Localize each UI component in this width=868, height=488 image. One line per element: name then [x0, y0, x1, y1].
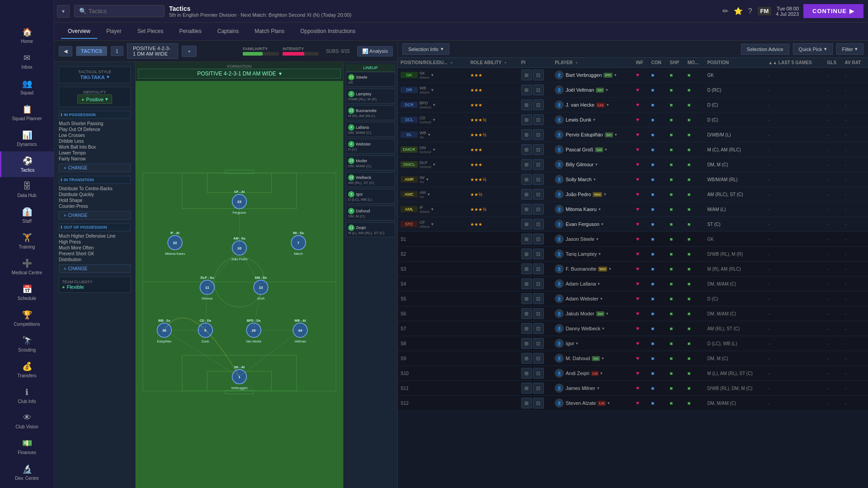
- player-cell[interactable]: 👤 João Pedro Wnt ▾: [552, 187, 633, 202]
- player-cell[interactable]: 👤 Steven Alzate Lnt ▾: [552, 396, 633, 411]
- pi-icon1[interactable]: ⊞: [521, 368, 532, 379]
- pi-icon1[interactable]: ⊞: [521, 293, 532, 304]
- sidebar-item-scouting[interactable]: 🔭 Scouting: [0, 331, 54, 357]
- pi-cell[interactable]: ⊞ ⊡: [519, 291, 552, 306]
- change-btn-out-possession[interactable]: » CHANGE: [59, 264, 131, 273]
- sidebar-item-squad-planner[interactable]: 📋 Squad Planner: [0, 100, 54, 126]
- pi-icon2[interactable]: ⊡: [533, 383, 544, 394]
- table-row[interactable]: DL WB Su ▾ ★★★½ ⊞ ⊡ 👤: [398, 127, 868, 142]
- table-row[interactable]: AML IF Attack ▾ ★★★½ ⊞ ⊡ 👤: [398, 202, 868, 217]
- pi-cell[interactable]: ⊞ ⊡: [519, 127, 552, 142]
- pi-cell[interactable]: ⊞ ⊡: [519, 83, 552, 98]
- table-row[interactable]: S11 ⊞ ⊡ 👤 James Milner ▾ ♥ ■ ■ ■ D/WB: [398, 381, 868, 396]
- tab-captains[interactable]: Captains: [211, 24, 245, 39]
- pi-cell[interactable]: ⊞ ⊡: [519, 217, 552, 232]
- sidebar-item-schedule[interactable]: 📅 Schedule: [0, 280, 54, 305]
- col-gls[interactable]: GLS: [825, 58, 842, 68]
- pi-icon1[interactable]: ⊞: [521, 398, 532, 408]
- pi-cell[interactable]: ⊞ ⊡: [519, 172, 552, 187]
- sidebar-item-medical[interactable]: ➕ Medical Centre: [0, 254, 54, 280]
- pi-cell[interactable]: ⊞ ⊡: [519, 98, 552, 113]
- player-cell[interactable]: 👤 Lewis Dunk ▾: [552, 113, 633, 127]
- table-row[interactable]: S6 ⊞ ⊡ 👤 Jakub Moder Set ▾ ♥ ■ ■ ■ DM,: [398, 306, 868, 321]
- table-row[interactable]: S9 ⊞ ⊡ 👤 M. Dahoud Set ▾ ♥ ■ ■ ■ DM, M: [398, 351, 868, 366]
- tab-opposition[interactable]: Opposition Instructions: [293, 24, 362, 39]
- sidebar-item-tactics[interactable]: ⚽ Tactics: [0, 151, 54, 177]
- pi-icon1[interactable]: ⊞: [521, 278, 532, 289]
- continue-button[interactable]: CONTINUE ▶: [803, 4, 863, 18]
- star-icon[interactable]: ⭐: [734, 7, 743, 15]
- lineup-player-welbeck[interactable]: 18 Welbeck AM (RL), ST (C): [346, 172, 395, 187]
- pi-icon2[interactable]: ⊡: [533, 263, 544, 274]
- player-cell[interactable]: 👤 Evan Ferguson ▾: [552, 217, 633, 232]
- change-btn-transition[interactable]: » CHANGE: [59, 211, 131, 220]
- pi-icon1[interactable]: ⊞: [521, 234, 532, 244]
- help-icon[interactable]: ?: [748, 7, 752, 15]
- col-player[interactable]: PLAYER ▼: [552, 58, 633, 68]
- lineup-player-buonanotte[interactable]: 15 Buonanotte M (R), AM (RLC): [346, 105, 395, 120]
- pi-icon1[interactable]: ⊞: [521, 249, 532, 259]
- pi-icon1[interactable]: ⊞: [521, 159, 532, 170]
- col-role-ability[interactable]: ROLE ABILITY ▼: [467, 58, 518, 68]
- analysis-btn[interactable]: 📊 Analysis: [357, 46, 393, 56]
- player-cell[interactable]: 👤 Bart Verbruggen IPR ▾: [552, 68, 633, 83]
- team-fluidity-value[interactable]: ● Flexible: [62, 284, 127, 290]
- pi-icon1[interactable]: ⊞: [521, 323, 532, 334]
- table-row[interactable]: DCR BPD Defend ▾ ★★★ ⊞ ⊡ 👤: [398, 98, 868, 113]
- player-cell[interactable]: 👤 Joël Veltman Set ▾: [552, 83, 633, 98]
- table-row[interactable]: S3 ⊞ ⊡ 👤 F. Buonanotte Wnt ▾ ♥ ■ ■ ■ M: [398, 262, 868, 277]
- selection-advice-button[interactable]: Selection Advice: [741, 44, 789, 55]
- selection-info-button[interactable]: Selection Info ▾: [402, 43, 449, 55]
- mentality-select[interactable]: ● Positive ▾: [77, 94, 112, 104]
- player-cell[interactable]: 👤 Adam Webster ▾: [552, 291, 633, 306]
- pi-icon2[interactable]: ⊡: [533, 249, 544, 259]
- pi-cell[interactable]: ⊞ ⊡: [519, 68, 552, 83]
- lineup-player-moder[interactable]: 15 Moder DM, M/AM (C): [346, 155, 395, 170]
- tab-match-plans[interactable]: Match Plans: [248, 24, 291, 39]
- pi-icon1[interactable]: ⊞: [521, 219, 532, 230]
- pi-cell[interactable]: ⊞ ⊡: [519, 381, 552, 396]
- table-row[interactable]: DCL CD Defend ▾ ★★★½ ⊞ ⊡ 👤: [398, 113, 868, 127]
- pi-icon2[interactable]: ⊡: [533, 114, 544, 125]
- pi-icon1[interactable]: ⊞: [521, 338, 532, 349]
- tactical-style-value[interactable]: TIKI-TAKA ▾: [62, 74, 127, 80]
- pi-cell[interactable]: ⊞ ⊡: [519, 247, 552, 262]
- sidebar-item-club-info[interactable]: ℹ Club Info: [0, 383, 54, 408]
- sidebar-item-dynamics[interactable]: 📊 Dynamics: [0, 126, 54, 151]
- pi-icon2[interactable]: ⊡: [533, 338, 544, 349]
- pi-cell[interactable]: ⊞ ⊡: [519, 262, 552, 277]
- pi-icon2[interactable]: ⊡: [533, 99, 544, 110]
- tab-player[interactable]: Player: [99, 24, 128, 39]
- player-cell[interactable]: 👤 James Milner ▾: [552, 381, 633, 396]
- pencil-icon[interactable]: ✏: [722, 7, 728, 15]
- pi-icon2[interactable]: ⊡: [533, 234, 544, 244]
- pi-icon1[interactable]: ⊞: [521, 70, 532, 80]
- col-shp[interactable]: SHP: [667, 58, 685, 68]
- pi-icon1[interactable]: ⊞: [521, 84, 532, 95]
- pi-cell[interactable]: ⊞ ⊡: [519, 306, 552, 321]
- pi-icon2[interactable]: ⊡: [533, 323, 544, 334]
- lineup-player-igor[interactable]: 3 Igor D (LC), WB (L): [346, 189, 395, 204]
- player-cell[interactable]: 👤 J. van Hecke Los ▾: [552, 98, 633, 113]
- sidebar-item-training[interactable]: 🏋 Training: [0, 228, 54, 254]
- table-row[interactable]: AMR IW Su ▾ ★★★½ ⊞ ⊡ 👤: [398, 172, 868, 187]
- pi-icon2[interactable]: ⊡: [533, 368, 544, 379]
- sidebar-item-club-vision[interactable]: 👁 Club Vision: [0, 408, 54, 434]
- pi-icon1[interactable]: ⊞: [521, 263, 532, 274]
- col-position-text[interactable]: POSITION: [704, 58, 765, 68]
- player-cell[interactable]: 👤 M. Dahoud Set ▾: [552, 351, 633, 366]
- player-cell[interactable]: 👤 Solly March ▾: [552, 172, 633, 187]
- pi-cell[interactable]: ⊞ ⊡: [519, 202, 552, 217]
- sidebar-item-data-hub[interactable]: 🗄 Data Hub: [0, 177, 54, 202]
- lineup-player-lallana[interactable]: 4 Lallana DM, M/AM (C): [346, 122, 395, 137]
- player-cell[interactable]: 👤 Jakub Moder Set ▾: [552, 306, 633, 321]
- col-pi[interactable]: PI: [519, 58, 552, 68]
- pi-cell[interactable]: ⊞ ⊡: [519, 187, 552, 202]
- pi-icon2[interactable]: ⊡: [533, 84, 544, 95]
- pi-icon1[interactable]: ⊞: [521, 114, 532, 125]
- sidebar-item-finances[interactable]: 💵 Finances: [0, 434, 54, 460]
- col-inf[interactable]: INF: [633, 58, 649, 68]
- back-btn[interactable]: ◀: [59, 46, 72, 56]
- tab-overview[interactable]: Overview: [61, 24, 97, 39]
- pi-icon1[interactable]: ⊞: [521, 174, 532, 185]
